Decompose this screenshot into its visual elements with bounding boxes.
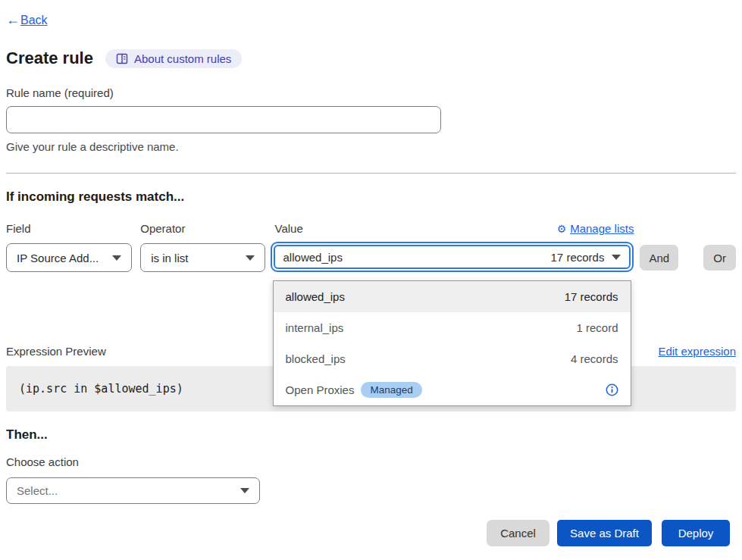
chevron-down-icon <box>240 488 249 493</box>
manage-lists-label: Manage lists <box>570 222 634 235</box>
list-option-internal-ips[interactable]: internal_ips 1 record <box>274 312 631 343</box>
about-custom-rules-link[interactable]: About custom rules <box>105 49 242 68</box>
value-label-row: Value ⚙ Manage lists <box>271 222 634 235</box>
field-column: Field IP Source Add... <box>6 222 132 272</box>
list-option-records: 4 records <box>571 352 618 365</box>
field-label: Field <box>6 222 132 235</box>
create-rule-page: ←Back Create rule About custom rules Rul… <box>0 0 742 546</box>
match-condition-row: Field IP Source Add... Operator is in li… <box>6 222 736 272</box>
list-option-blocked-ips[interactable]: blocked_ips 4 records <box>274 343 631 374</box>
deploy-button[interactable]: Deploy <box>662 520 730 546</box>
title-row: Create rule About custom rules <box>6 48 736 68</box>
managed-badge: Managed <box>361 382 421 398</box>
expression-preview-label: Expression Preview <box>6 345 106 358</box>
edit-expression-link[interactable]: Edit expression <box>658 345 736 358</box>
action-select[interactable]: Select... <box>6 477 260 504</box>
section-divider <box>6 173 736 174</box>
list-option-name: blocked_ips <box>286 352 346 365</box>
value-select-selected: allowed_ips <box>283 251 343 264</box>
operator-select[interactable]: is in list <box>140 243 265 272</box>
rule-name-label: Rule name (required) <box>6 86 736 99</box>
left-arrow-icon: ← <box>6 12 20 28</box>
list-option-name: Open Proxies <box>286 383 355 396</box>
value-select-records: 17 records <box>551 251 621 264</box>
cancel-button[interactable]: Cancel <box>487 520 549 546</box>
field-select-value: IP Source Add... <box>17 252 99 264</box>
gear-icon: ⚙ <box>557 224 567 234</box>
operator-label: Operator <box>140 222 265 235</box>
field-select[interactable]: IP Source Add... <box>6 243 132 272</box>
value-select[interactable]: allowed_ips 17 records <box>271 242 634 272</box>
list-option-name: internal_ips <box>286 321 344 334</box>
operator-column: Operator is in list <box>140 222 265 272</box>
save-as-draft-button[interactable]: Save as Draft <box>557 520 652 546</box>
book-icon <box>116 53 128 64</box>
or-button[interactable]: Or <box>703 245 736 271</box>
rule-name-input[interactable] <box>6 106 441 133</box>
manage-lists-link[interactable]: ⚙ Manage lists <box>557 222 634 235</box>
value-column: Value ⚙ Manage lists allowed_ips 17 reco… <box>271 222 634 272</box>
value-select-inner: allowed_ips 17 records <box>274 245 631 269</box>
expression-code: (ip.src in $allowed_ips) <box>19 382 183 396</box>
chevron-down-icon <box>612 255 621 260</box>
choose-action-label: Choose action <box>6 455 736 468</box>
page-title: Create rule <box>6 48 93 68</box>
list-option-name: allowed_ips <box>286 290 345 303</box>
chevron-down-icon <box>246 255 255 261</box>
match-section-title: If incoming requests match... <box>6 189 736 205</box>
action-select-placeholder: Select... <box>17 484 58 497</box>
operator-select-value: is in list <box>151 252 188 264</box>
back-label: Back <box>20 14 48 27</box>
back-link[interactable]: ←Back <box>6 12 48 28</box>
list-option-records: 17 records <box>565 290 618 303</box>
and-button[interactable]: And <box>640 245 678 271</box>
about-custom-rules-label: About custom rules <box>134 52 231 65</box>
list-dropdown-panel: allowed_ips 17 records internal_ips 1 re… <box>273 280 631 406</box>
list-option-allowed-ips[interactable]: allowed_ips 17 records <box>274 281 631 312</box>
info-icon[interactable] <box>606 383 618 396</box>
value-label: Value <box>275 222 303 235</box>
chevron-down-icon <box>112 255 121 261</box>
then-section-title: Then... <box>6 427 736 443</box>
list-option-records: 1 record <box>577 321 618 334</box>
rule-name-block: Rule name (required) Give your rule a de… <box>6 86 736 153</box>
list-option-open-proxies[interactable]: Open Proxies Managed <box>274 374 631 405</box>
rule-name-helper: Give your rule a descriptive name. <box>6 140 736 153</box>
footer-actions: Cancel Save as Draft Deploy <box>6 520 736 546</box>
